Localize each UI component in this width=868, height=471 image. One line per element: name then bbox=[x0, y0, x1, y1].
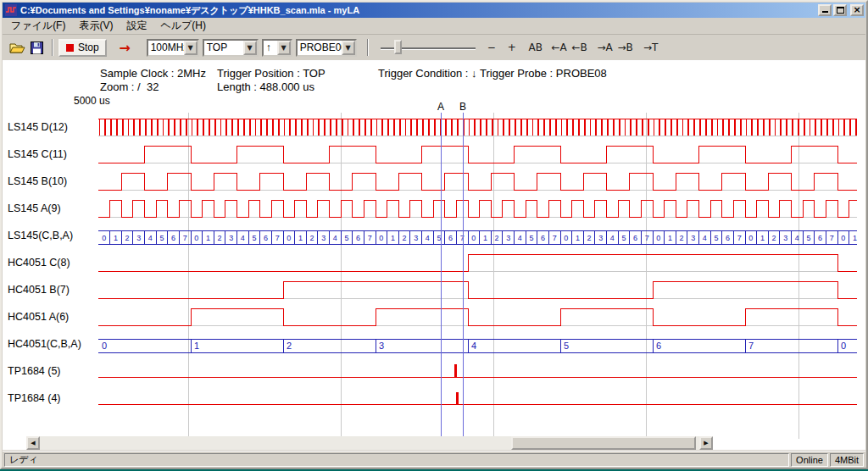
minimize-button[interactable] bbox=[818, 4, 832, 16]
channel-label: TP1684 (4) bbox=[8, 392, 95, 407]
channel-label: HC4051 A(6) bbox=[8, 311, 95, 325]
svg-text:7: 7 bbox=[748, 341, 754, 351]
svg-text:7: 7 bbox=[830, 234, 834, 242]
scroll-left-icon: ◀ bbox=[31, 440, 35, 446]
run-forward-button[interactable]: → bbox=[115, 38, 135, 57]
channel-label: LS145 D(12) bbox=[8, 121, 95, 136]
svg-text:0: 0 bbox=[379, 234, 383, 242]
goto-b-left-button[interactable]: ←B bbox=[570, 38, 589, 57]
goto-b-right-button[interactable]: →B bbox=[616, 38, 635, 57]
svg-text:0: 0 bbox=[841, 341, 846, 351]
save-button[interactable] bbox=[27, 38, 47, 57]
zoom-slider[interactable] bbox=[381, 38, 476, 57]
horizontal-scrollbar[interactable]: ◀ ▶ bbox=[26, 436, 713, 450]
window-title: C:¥Documents and Settings¥noname¥デスクトップ¥… bbox=[20, 4, 816, 17]
svg-text:7: 7 bbox=[460, 234, 465, 242]
stop-button[interactable]: Stop bbox=[58, 39, 107, 57]
svg-text:3: 3 bbox=[414, 234, 418, 242]
scrollbar-thumb[interactable] bbox=[511, 436, 696, 450]
svg-text:3: 3 bbox=[506, 234, 510, 242]
svg-text:5: 5 bbox=[159, 234, 164, 242]
sample-clock-select[interactable]: 100MHz ▼ bbox=[147, 39, 199, 57]
save-floppy-icon bbox=[31, 42, 43, 54]
svg-text:2: 2 bbox=[403, 234, 407, 242]
trigger-edge-value: ↑ bbox=[264, 42, 277, 53]
open-button[interactable] bbox=[8, 38, 27, 57]
svg-text:5: 5 bbox=[621, 234, 626, 242]
svg-text:0: 0 bbox=[471, 234, 476, 242]
status-memory-badge: 4MBit bbox=[830, 453, 864, 467]
svg-text:4: 4 bbox=[241, 234, 245, 242]
trigger-position-info: Trigger Position : TOP bbox=[217, 67, 326, 80]
maximize-button[interactable] bbox=[833, 4, 847, 16]
cursor-b-label[interactable]: B bbox=[459, 101, 466, 113]
zoom-info: Zoom : / 32 bbox=[100, 80, 159, 93]
svg-text:7: 7 bbox=[737, 234, 742, 242]
title-bar[interactable]: C:¥Documents and Settings¥noname¥デスクトップ¥… bbox=[3, 3, 865, 18]
svg-text:1: 1 bbox=[483, 234, 487, 242]
svg-text:2: 2 bbox=[218, 234, 222, 242]
svg-text:4: 4 bbox=[610, 234, 615, 242]
zoom-out-button[interactable]: − bbox=[482, 38, 501, 57]
goto-a-right-button[interactable]: →A bbox=[596, 38, 615, 57]
svg-text:4: 4 bbox=[148, 234, 153, 242]
goto-trigger-button[interactable]: →T bbox=[642, 38, 660, 57]
stop-label: Stop bbox=[78, 42, 99, 53]
trigger-edge-select[interactable]: ↑ ▼ bbox=[262, 39, 292, 57]
scroll-left-button[interactable]: ◀ bbox=[26, 436, 40, 450]
scroll-right-button[interactable]: ▶ bbox=[699, 436, 713, 450]
chevron-down-icon[interactable]: ▼ bbox=[243, 41, 257, 55]
svg-text:2: 2 bbox=[310, 234, 314, 242]
close-button[interactable]: × bbox=[850, 4, 864, 16]
zoom-in-button[interactable]: + bbox=[503, 38, 521, 57]
svg-text:6: 6 bbox=[656, 341, 661, 351]
svg-text:4: 4 bbox=[471, 341, 476, 351]
svg-text:0: 0 bbox=[748, 234, 753, 242]
trigger-condition-info: Trigger Condition : ↓ bbox=[378, 67, 477, 80]
minimize-icon bbox=[822, 11, 828, 13]
menu-file[interactable]: ファイル(F) bbox=[4, 17, 72, 35]
svg-text:3: 3 bbox=[598, 234, 603, 242]
svg-text:0: 0 bbox=[102, 341, 107, 351]
trigger-probe-select[interactable]: PROBE00 ▼ bbox=[296, 39, 357, 57]
menu-bar: ファイル(F) 表示(V) 設定 ヘルプ(H) bbox=[3, 18, 865, 35]
forward-arrow-icon: → bbox=[119, 40, 130, 56]
stop-icon bbox=[66, 44, 74, 52]
svg-text:2: 2 bbox=[287, 341, 292, 351]
chevron-down-icon[interactable]: ▼ bbox=[277, 41, 291, 55]
status-message: レディ bbox=[4, 453, 789, 467]
menu-view[interactable]: 表示(V) bbox=[72, 17, 120, 35]
svg-text:0: 0 bbox=[102, 234, 106, 242]
svg-text:7: 7 bbox=[368, 234, 372, 242]
channel-label: LS145 A(9) bbox=[8, 202, 95, 217]
app-window: C:¥Documents and Settings¥noname¥デスクトップ¥… bbox=[0, 0, 868, 469]
svg-text:4: 4 bbox=[518, 234, 522, 242]
svg-text:1: 1 bbox=[391, 234, 395, 242]
trigger-position-select[interactable]: TOP ▼ bbox=[203, 39, 259, 57]
menu-settings[interactable]: 設定 bbox=[120, 17, 153, 35]
svg-text:6: 6 bbox=[541, 234, 545, 242]
svg-text:0: 0 bbox=[194, 234, 198, 242]
waveform-plot: 0123456701234567012345670123456701234567… bbox=[96, 113, 860, 439]
menu-help[interactable]: ヘルプ(H) bbox=[153, 17, 213, 35]
svg-text:6: 6 bbox=[633, 234, 637, 242]
channel-label: TP1684 (5) bbox=[8, 365, 95, 380]
chevron-down-icon[interactable]: ▼ bbox=[342, 41, 355, 55]
svg-text:3: 3 bbox=[691, 234, 695, 242]
svg-text:2: 2 bbox=[680, 234, 684, 242]
goto-a-left-button[interactable]: ←A bbox=[550, 38, 569, 57]
svg-text:1: 1 bbox=[194, 341, 199, 351]
slider-thumb[interactable] bbox=[394, 40, 402, 54]
ab-button[interactable]: AB bbox=[526, 38, 545, 57]
status-bar: レディ Online 4MBit bbox=[3, 451, 865, 467]
svg-text:5: 5 bbox=[344, 234, 348, 242]
channel-label: LS145 C(11) bbox=[8, 148, 95, 163]
svg-text:2: 2 bbox=[587, 234, 592, 242]
svg-text:5: 5 bbox=[714, 234, 718, 242]
svg-text:2: 2 bbox=[125, 234, 130, 242]
svg-text:0: 0 bbox=[564, 234, 568, 242]
cursor-a-label[interactable]: A bbox=[437, 101, 444, 113]
open-folder-icon bbox=[9, 42, 25, 54]
chevron-down-icon[interactable]: ▼ bbox=[184, 41, 198, 55]
svg-text:7: 7 bbox=[183, 234, 187, 242]
